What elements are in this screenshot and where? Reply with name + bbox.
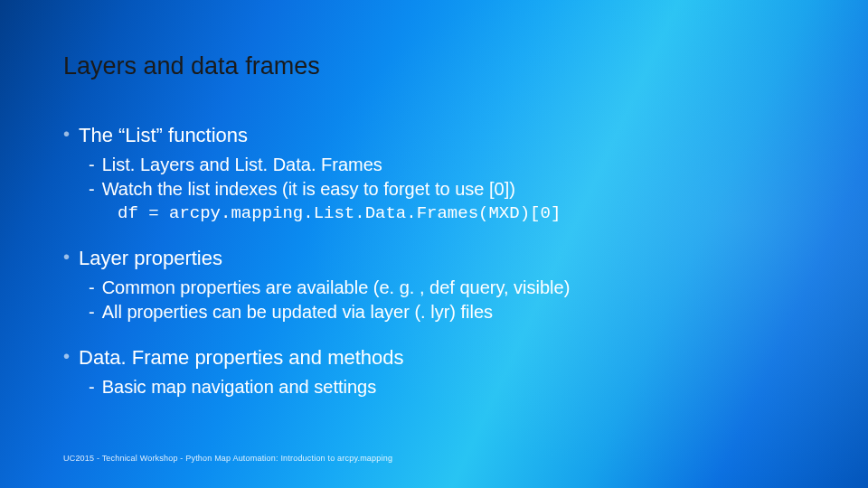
sub-bullet-text: All properties can be updated via layer …: [102, 302, 493, 323]
sub-bullet-text: Basic map navigation and settings: [102, 377, 377, 398]
sub-bullet: - Basic map navigation and settings: [89, 377, 805, 398]
bullet-dataframe-properties: • Data. Frame properties and methods: [63, 346, 805, 370]
dash-icon: -: [89, 302, 95, 323]
bullet-layer-properties: • Layer properties: [63, 247, 805, 270]
dash-icon: -: [89, 277, 95, 298]
code-sample: df = arcpy.mapping.List.Data.Frames(MXD)…: [118, 203, 805, 223]
slide: Layers and data frames • The “List” func…: [0, 0, 868, 398]
sub-bullet: - All properties can be updated via laye…: [89, 302, 805, 323]
sub-bullet: - List. Layers and List. Data. Frames: [89, 155, 805, 175]
sub-bullet-text: Watch the list indexes (it is easy to fo…: [102, 179, 515, 200]
dash-icon: -: [89, 155, 95, 175]
bullet-dot-icon: •: [63, 125, 70, 143]
bullet-list-functions: • The “List” functions: [63, 124, 805, 147]
slide-title: Layers and data frames: [63, 52, 805, 80]
bullet-dot-icon: •: [63, 347, 70, 365]
sub-bullet: - Watch the list indexes (it is easy to …: [89, 179, 805, 200]
footer-text: UC2015 - Technical Workshop - Python Map…: [63, 454, 392, 463]
bullet-text: The “List” functions: [79, 124, 248, 147]
sub-bullet-text: List. Layers and List. Data. Frames: [102, 155, 382, 175]
sub-bullet-text: Common properties are available (e. g. ,…: [102, 277, 571, 298]
dash-icon: -: [89, 377, 95, 398]
bullet-dot-icon: •: [63, 248, 70, 266]
sub-bullet: - Common properties are available (e. g.…: [89, 277, 805, 298]
bullet-text: Layer properties: [79, 247, 222, 270]
dash-icon: -: [89, 179, 95, 200]
bullet-text: Data. Frame properties and methods: [79, 346, 404, 370]
